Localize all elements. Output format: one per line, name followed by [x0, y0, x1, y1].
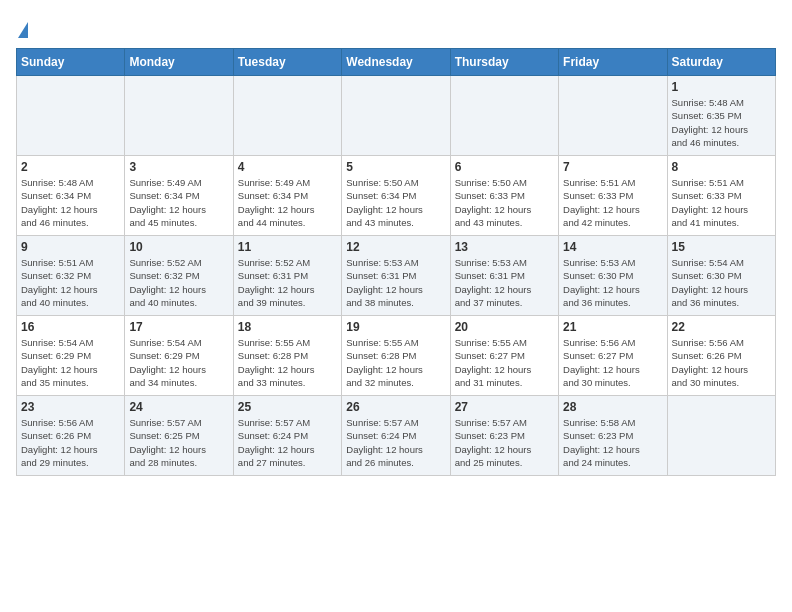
day-number: 4 [238, 160, 337, 174]
day-number: 8 [672, 160, 771, 174]
calendar-cell: 22Sunrise: 5:56 AM Sunset: 6:26 PM Dayli… [667, 316, 775, 396]
day-info: Sunrise: 5:57 AM Sunset: 6:24 PM Dayligh… [238, 416, 337, 469]
calendar-cell: 5Sunrise: 5:50 AM Sunset: 6:34 PM Daylig… [342, 156, 450, 236]
day-number: 2 [21, 160, 120, 174]
day-number: 26 [346, 400, 445, 414]
logo-icon [18, 22, 28, 38]
weekday-header-saturday: Saturday [667, 49, 775, 76]
day-number: 16 [21, 320, 120, 334]
day-info: Sunrise: 5:56 AM Sunset: 6:27 PM Dayligh… [563, 336, 662, 389]
day-info: Sunrise: 5:50 AM Sunset: 6:33 PM Dayligh… [455, 176, 554, 229]
calendar-cell: 25Sunrise: 5:57 AM Sunset: 6:24 PM Dayli… [233, 396, 341, 476]
day-info: Sunrise: 5:52 AM Sunset: 6:32 PM Dayligh… [129, 256, 228, 309]
day-info: Sunrise: 5:53 AM Sunset: 6:31 PM Dayligh… [346, 256, 445, 309]
day-number: 14 [563, 240, 662, 254]
logo [16, 16, 28, 38]
day-info: Sunrise: 5:51 AM Sunset: 6:33 PM Dayligh… [563, 176, 662, 229]
calendar-cell: 20Sunrise: 5:55 AM Sunset: 6:27 PM Dayli… [450, 316, 558, 396]
calendar-cell: 12Sunrise: 5:53 AM Sunset: 6:31 PM Dayli… [342, 236, 450, 316]
day-info: Sunrise: 5:53 AM Sunset: 6:31 PM Dayligh… [455, 256, 554, 309]
day-info: Sunrise: 5:55 AM Sunset: 6:27 PM Dayligh… [455, 336, 554, 389]
calendar-week-3: 9Sunrise: 5:51 AM Sunset: 6:32 PM Daylig… [17, 236, 776, 316]
day-number: 1 [672, 80, 771, 94]
day-number: 9 [21, 240, 120, 254]
calendar-cell: 24Sunrise: 5:57 AM Sunset: 6:25 PM Dayli… [125, 396, 233, 476]
calendar-table: SundayMondayTuesdayWednesdayThursdayFrid… [16, 48, 776, 476]
day-number: 21 [563, 320, 662, 334]
day-number: 27 [455, 400, 554, 414]
calendar-cell [17, 76, 125, 156]
calendar-week-5: 23Sunrise: 5:56 AM Sunset: 6:26 PM Dayli… [17, 396, 776, 476]
calendar-cell: 21Sunrise: 5:56 AM Sunset: 6:27 PM Dayli… [559, 316, 667, 396]
day-info: Sunrise: 5:58 AM Sunset: 6:23 PM Dayligh… [563, 416, 662, 469]
day-number: 6 [455, 160, 554, 174]
calendar-header: SundayMondayTuesdayWednesdayThursdayFrid… [17, 49, 776, 76]
day-number: 20 [455, 320, 554, 334]
day-info: Sunrise: 5:48 AM Sunset: 6:35 PM Dayligh… [672, 96, 771, 149]
day-number: 25 [238, 400, 337, 414]
calendar-cell: 16Sunrise: 5:54 AM Sunset: 6:29 PM Dayli… [17, 316, 125, 396]
day-info: Sunrise: 5:54 AM Sunset: 6:29 PM Dayligh… [21, 336, 120, 389]
day-number: 5 [346, 160, 445, 174]
calendar-cell: 7Sunrise: 5:51 AM Sunset: 6:33 PM Daylig… [559, 156, 667, 236]
calendar-cell: 3Sunrise: 5:49 AM Sunset: 6:34 PM Daylig… [125, 156, 233, 236]
calendar-cell: 17Sunrise: 5:54 AM Sunset: 6:29 PM Dayli… [125, 316, 233, 396]
day-info: Sunrise: 5:53 AM Sunset: 6:30 PM Dayligh… [563, 256, 662, 309]
day-number: 12 [346, 240, 445, 254]
day-number: 15 [672, 240, 771, 254]
day-number: 24 [129, 400, 228, 414]
calendar-cell: 19Sunrise: 5:55 AM Sunset: 6:28 PM Dayli… [342, 316, 450, 396]
calendar-cell: 9Sunrise: 5:51 AM Sunset: 6:32 PM Daylig… [17, 236, 125, 316]
day-info: Sunrise: 5:57 AM Sunset: 6:23 PM Dayligh… [455, 416, 554, 469]
calendar-cell: 1Sunrise: 5:48 AM Sunset: 6:35 PM Daylig… [667, 76, 775, 156]
day-number: 7 [563, 160, 662, 174]
weekday-header-monday: Monday [125, 49, 233, 76]
day-info: Sunrise: 5:51 AM Sunset: 6:33 PM Dayligh… [672, 176, 771, 229]
calendar-cell: 13Sunrise: 5:53 AM Sunset: 6:31 PM Dayli… [450, 236, 558, 316]
day-info: Sunrise: 5:49 AM Sunset: 6:34 PM Dayligh… [238, 176, 337, 229]
logo-text [16, 16, 28, 38]
calendar-week-4: 16Sunrise: 5:54 AM Sunset: 6:29 PM Dayli… [17, 316, 776, 396]
weekday-header-wednesday: Wednesday [342, 49, 450, 76]
day-info: Sunrise: 5:49 AM Sunset: 6:34 PM Dayligh… [129, 176, 228, 229]
day-number: 3 [129, 160, 228, 174]
calendar-cell: 8Sunrise: 5:51 AM Sunset: 6:33 PM Daylig… [667, 156, 775, 236]
calendar-cell: 10Sunrise: 5:52 AM Sunset: 6:32 PM Dayli… [125, 236, 233, 316]
calendar-cell: 14Sunrise: 5:53 AM Sunset: 6:30 PM Dayli… [559, 236, 667, 316]
calendar-cell [233, 76, 341, 156]
day-info: Sunrise: 5:48 AM Sunset: 6:34 PM Dayligh… [21, 176, 120, 229]
day-info: Sunrise: 5:51 AM Sunset: 6:32 PM Dayligh… [21, 256, 120, 309]
day-info: Sunrise: 5:57 AM Sunset: 6:24 PM Dayligh… [346, 416, 445, 469]
weekday-header-tuesday: Tuesday [233, 49, 341, 76]
calendar-cell: 11Sunrise: 5:52 AM Sunset: 6:31 PM Dayli… [233, 236, 341, 316]
calendar-week-1: 1Sunrise: 5:48 AM Sunset: 6:35 PM Daylig… [17, 76, 776, 156]
calendar-cell [125, 76, 233, 156]
day-info: Sunrise: 5:54 AM Sunset: 6:29 PM Dayligh… [129, 336, 228, 389]
calendar-cell: 27Sunrise: 5:57 AM Sunset: 6:23 PM Dayli… [450, 396, 558, 476]
calendar-week-2: 2Sunrise: 5:48 AM Sunset: 6:34 PM Daylig… [17, 156, 776, 236]
day-number: 22 [672, 320, 771, 334]
day-number: 28 [563, 400, 662, 414]
calendar-cell [559, 76, 667, 156]
day-info: Sunrise: 5:57 AM Sunset: 6:25 PM Dayligh… [129, 416, 228, 469]
calendar-body: 1Sunrise: 5:48 AM Sunset: 6:35 PM Daylig… [17, 76, 776, 476]
calendar-cell: 28Sunrise: 5:58 AM Sunset: 6:23 PM Dayli… [559, 396, 667, 476]
calendar-cell [450, 76, 558, 156]
day-number: 11 [238, 240, 337, 254]
day-number: 10 [129, 240, 228, 254]
day-number: 13 [455, 240, 554, 254]
day-info: Sunrise: 5:54 AM Sunset: 6:30 PM Dayligh… [672, 256, 771, 309]
calendar-cell: 2Sunrise: 5:48 AM Sunset: 6:34 PM Daylig… [17, 156, 125, 236]
day-info: Sunrise: 5:56 AM Sunset: 6:26 PM Dayligh… [672, 336, 771, 389]
calendar-cell: 18Sunrise: 5:55 AM Sunset: 6:28 PM Dayli… [233, 316, 341, 396]
calendar-cell: 4Sunrise: 5:49 AM Sunset: 6:34 PM Daylig… [233, 156, 341, 236]
day-number: 19 [346, 320, 445, 334]
calendar-cell: 26Sunrise: 5:57 AM Sunset: 6:24 PM Dayli… [342, 396, 450, 476]
day-info: Sunrise: 5:52 AM Sunset: 6:31 PM Dayligh… [238, 256, 337, 309]
weekday-header-row: SundayMondayTuesdayWednesdayThursdayFrid… [17, 49, 776, 76]
day-number: 18 [238, 320, 337, 334]
calendar-cell [667, 396, 775, 476]
weekday-header-thursday: Thursday [450, 49, 558, 76]
page-header [16, 16, 776, 38]
calendar-cell: 23Sunrise: 5:56 AM Sunset: 6:26 PM Dayli… [17, 396, 125, 476]
